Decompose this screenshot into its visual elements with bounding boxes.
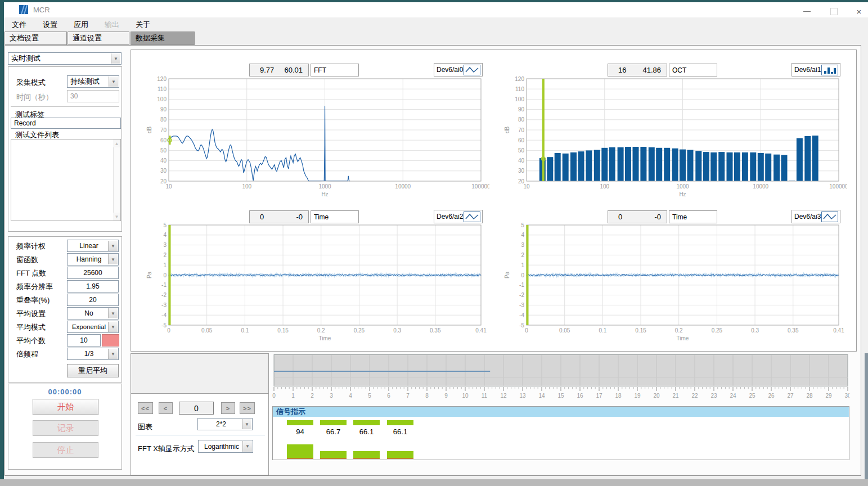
svg-text:0.15: 0.15: [277, 327, 289, 334]
svg-text:-2: -2: [161, 292, 167, 298]
tab-channel-settings[interactable]: 通道设置: [68, 32, 129, 45]
svg-text:dB: dB: [504, 127, 510, 134]
page-number-field[interactable]: 0: [179, 402, 214, 415]
stop-button: 停止: [33, 442, 98, 458]
scrollbar[interactable]: ▲ ▼: [113, 140, 120, 220]
svg-text:0.05: 0.05: [559, 327, 570, 334]
tab-document-settings[interactable]: 文档设置: [5, 32, 67, 45]
svg-text:5: 5: [521, 222, 524, 228]
signal-indicator-bar: [287, 420, 313, 425]
svg-text:100: 100: [600, 183, 609, 190]
chevron-down-icon[interactable]: ▼: [108, 322, 118, 332]
chevron-down-icon[interactable]: ▼: [109, 76, 118, 87]
svg-text:80: 80: [518, 116, 525, 123]
window-title: MCR: [33, 6, 50, 14]
svg-text:10000: 10000: [753, 183, 768, 190]
acquisition-group: 采集模式 持续测试 ▼ 时间（秒） 30 测试标签 Record 测试文件列表 …: [8, 66, 122, 232]
scroll-down-icon[interactable]: ▼: [113, 213, 120, 220]
last-page-button[interactable]: >>: [240, 402, 255, 414]
avg-setting-select[interactable]: No▼: [67, 307, 119, 320]
svg-text:0: 0: [272, 393, 276, 399]
freq-weighting-select[interactable]: Linear▼: [67, 240, 119, 252]
minimize-button[interactable]: [798, 6, 815, 17]
scroll-up-icon[interactable]: ▲: [113, 140, 120, 147]
svg-text:90: 90: [160, 106, 167, 112]
start-button[interactable]: 开始: [33, 399, 98, 415]
signal-level-bar: [320, 451, 347, 459]
octave-select[interactable]: 1/3▼: [67, 348, 119, 360]
svg-text:0.05: 0.05: [201, 327, 213, 334]
avg-count-label: 平均个数: [16, 336, 46, 346]
svg-text:9: 9: [444, 393, 448, 399]
svg-text:80: 80: [160, 116, 167, 123]
prev-page-button[interactable]: <: [159, 402, 173, 414]
svg-text:0.25: 0.25: [354, 327, 365, 334]
next-page-button[interactable]: >: [221, 402, 235, 414]
menu-settings[interactable]: 设置: [39, 17, 61, 31]
fft-xaxis-mode-label: FFT X轴显示方式: [138, 444, 195, 454]
signal-channel-1: 94: [287, 417, 313, 461]
signal-value: 66.1: [387, 428, 413, 436]
chevron-down-icon[interactable]: ▼: [242, 419, 251, 429]
menu-file[interactable]: 文件: [8, 17, 30, 31]
svg-text:5: 5: [163, 222, 167, 228]
avg-count-input[interactable]: 10: [67, 334, 101, 346]
window-func-select[interactable]: Hanning▼: [67, 253, 119, 266]
first-page-button[interactable]: <<: [138, 402, 153, 414]
svg-text:Pa: Pa: [504, 271, 510, 278]
chevron-down-icon[interactable]: ▼: [108, 308, 118, 318]
close-button[interactable]: ×: [851, 6, 867, 17]
menu-apply[interactable]: 应用: [70, 17, 92, 31]
fft-spectrum-plot[interactable]: 2030405060708090100110120101001000100001…: [143, 74, 489, 200]
recording-timeline-scrubber[interactable]: 0123456789101112131415161718192021222324…: [272, 354, 849, 400]
title-bar: MCR ×: [4, 2, 868, 17]
fft-points-input[interactable]: 25600: [67, 267, 119, 279]
chevron-down-icon[interactable]: ▼: [108, 241, 118, 251]
acq-mode-select[interactable]: 持续测试 ▼: [67, 75, 119, 88]
time-waveform-plot-ai3[interactable]: -5-4-3-2-101234500.050.10.150.20.250.30.…: [501, 220, 847, 343]
fft-xaxis-mode-select[interactable]: Logarithmic▼: [198, 440, 253, 453]
svg-text:100: 100: [515, 96, 524, 102]
signal-value: 94: [287, 428, 313, 436]
chevron-down-icon[interactable]: ▼: [108, 254, 118, 264]
svg-text:26: 26: [768, 393, 775, 399]
chevron-down-icon[interactable]: ▼: [242, 441, 252, 452]
menu-about[interactable]: 关于: [132, 17, 154, 31]
svg-text:6: 6: [387, 393, 390, 399]
svg-text:7: 7: [406, 393, 410, 399]
restart-average-button[interactable]: 重启平均: [67, 364, 119, 377]
test-mode-select[interactable]: 实时测试 ▼: [8, 52, 122, 65]
chevron-down-icon[interactable]: ▼: [108, 349, 118, 359]
svg-text:0.25: 0.25: [712, 327, 723, 334]
desktop: { "window": { "title": "MCR" }, "menu": …: [0, 0, 868, 486]
test-file-list[interactable]: ▲ ▼: [11, 139, 121, 221]
chevron-down-icon[interactable]: ▼: [111, 53, 120, 64]
svg-text:24: 24: [730, 393, 736, 399]
acq-time-input: 30: [67, 90, 119, 102]
test-tag-input[interactable]: Record: [11, 118, 121, 129]
svg-text:40: 40: [518, 158, 525, 164]
display-options-panel: << < 0 > >> 图表 2*2▼ FFT X轴显示方式 Logarithm…: [131, 353, 269, 475]
octave-band-plot[interactable]: 2030405060708090100110120101001000100001…: [501, 74, 847, 200]
svg-text:0.3: 0.3: [393, 327, 401, 334]
tab-data-acquisition[interactable]: 数据采集: [131, 32, 195, 45]
svg-text:0.41: 0.41: [475, 327, 487, 334]
freq-resolution-input[interactable]: 1.95: [67, 280, 119, 292]
svg-text:-3: -3: [519, 302, 524, 308]
desktop-edge-right: [865, 353, 868, 479]
svg-text:21: 21: [672, 393, 679, 399]
chart-layout-select[interactable]: 2*2▼: [197, 418, 253, 430]
svg-text:0.35: 0.35: [788, 327, 799, 334]
svg-text:0.3: 0.3: [751, 327, 759, 334]
svg-text:90: 90: [518, 106, 525, 112]
svg-text:50: 50: [160, 147, 167, 154]
maximize-button[interactable]: [825, 6, 842, 17]
time-waveform-plot-ai2[interactable]: -5-4-3-2-101234500.050.10.150.20.250.30.…: [143, 220, 489, 343]
avg-mode-label: 平均模式: [16, 322, 46, 332]
signal-value: 66.1: [353, 428, 380, 436]
overlap-input[interactable]: 20: [67, 294, 119, 306]
svg-text:14: 14: [538, 393, 545, 399]
avg-mode-select[interactable]: Exponential▼: [67, 321, 119, 333]
svg-text:5: 5: [368, 393, 371, 399]
app-icon: [19, 5, 29, 15]
